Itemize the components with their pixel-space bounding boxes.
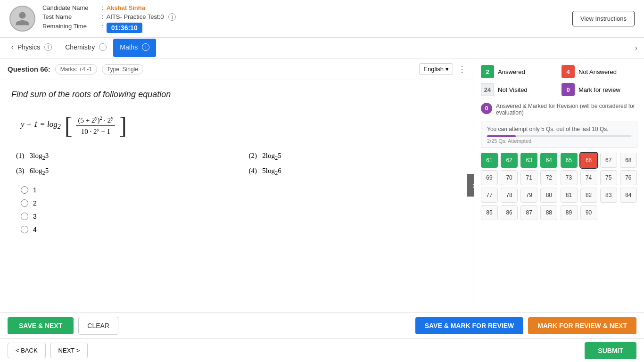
question-grid-btn-81[interactable]: 81: [561, 188, 578, 203]
header-left: Candidate Name : Akshat Sinha Test Name …: [9, 4, 176, 33]
back-button[interactable]: < BACK: [8, 343, 46, 358]
tab-maths[interactable]: Maths i: [113, 39, 156, 57]
question-grid-btn-64[interactable]: 64: [540, 153, 557, 168]
tab-physics-label: Physics: [17, 43, 40, 51]
question-grid-btn-74[interactable]: 74: [580, 170, 597, 185]
question-grid-btn-84[interactable]: 84: [620, 188, 637, 203]
question-grid-btn-88[interactable]: 88: [540, 205, 557, 220]
tab-chemistry-label: Chemistry: [65, 43, 95, 51]
question-grid-btn-71[interactable]: 71: [520, 170, 537, 185]
question-grid-btn-77[interactable]: 77: [481, 188, 498, 203]
question-grid-btn-61[interactable]: 61: [481, 153, 498, 168]
save-next-button[interactable]: SAVE & NEXT: [8, 317, 74, 334]
question-grid: 6162636465666768697071727374757677787980…: [481, 153, 637, 220]
bracket-left: [: [65, 114, 73, 137]
not-visited-count: 24: [484, 86, 491, 93]
radio-option-1[interactable]: 1: [21, 186, 462, 194]
submit-button[interactable]: SUBMIT: [585, 342, 636, 359]
question-grid-btn-66[interactable]: 66: [580, 153, 597, 168]
more-options-button[interactable]: ⋮: [458, 64, 466, 74]
radio-option-4[interactable]: 4: [21, 226, 462, 233]
radio-input-1[interactable]: [21, 186, 28, 194]
physics-info-icon[interactable]: i: [44, 43, 52, 51]
right-panel: 2 Answered 4 Not Answered 24 Not Visited…: [474, 58, 644, 312]
tab-nav-right-arrow[interactable]: ›: [633, 42, 639, 54]
question-grid-btn-75[interactable]: 75: [600, 170, 617, 185]
answered-badge: 2: [481, 65, 494, 78]
tab-chemistry[interactable]: Chemistry i: [58, 39, 113, 57]
radio-input-3[interactable]: [21, 213, 28, 220]
view-instructions-button[interactable]: View Instructions: [572, 11, 635, 26]
status-not-visited: 24 Not Visited: [481, 83, 557, 96]
nav-left: < BACK NEXT >: [8, 343, 88, 358]
question-grid-btn-85[interactable]: 85: [481, 205, 498, 220]
question-grid-btn-65[interactable]: 65: [561, 153, 578, 168]
fraction: (5 + 2y)2 · 2y 10 · 2y − 1: [76, 115, 115, 136]
question-grid-btn-67[interactable]: 67: [600, 153, 617, 168]
save-mark-review-button[interactable]: SAVE & MARK FOR REVIEW: [415, 317, 524, 334]
question-grid-btn-87[interactable]: 87: [520, 205, 537, 220]
status-answered: 2 Answered: [481, 65, 557, 78]
header: Candidate Name : Akshat Sinha Test Name …: [0, 0, 644, 38]
mark-review-count: 0: [566, 86, 570, 93]
language-value: English: [423, 66, 444, 73]
not-answered-badge: 4: [561, 65, 575, 78]
question-grid-btn-69[interactable]: 69: [481, 170, 498, 185]
tab-maths-label: Maths: [120, 43, 138, 51]
question-grid-btn-82[interactable]: 82: [580, 188, 597, 203]
mark-review-next-button[interactable]: MARK FOR REVIEW & NEXT: [528, 317, 636, 334]
question-grid-btn-89[interactable]: 89: [561, 205, 578, 220]
question-grid-btn-78[interactable]: 78: [501, 188, 518, 203]
next-button[interactable]: NEXT >: [50, 343, 88, 358]
answered-marked-badge: 0: [481, 103, 492, 114]
not-answered-count: 4: [566, 68, 570, 75]
language-selector[interactable]: English ▾: [419, 63, 453, 75]
status-mark-review: 0 Mark for review: [561, 83, 637, 96]
marks-badge: Marks: +4 -1: [55, 64, 97, 74]
collapse-panel-arrow[interactable]: ›: [467, 174, 474, 197]
question-grid-btn-83[interactable]: 83: [600, 188, 617, 203]
radio-label-1: 1: [33, 186, 37, 194]
question-number: Question 66:: [8, 65, 50, 73]
answered-marked-label: Answered & Marked for Revision (will be …: [496, 103, 637, 116]
bottom-toolbar: SAVE & NEXT CLEAR SAVE & MARK FOR REVIEW…: [0, 312, 644, 338]
radio-option-3[interactable]: 3: [21, 213, 462, 220]
test-name-label: Test Name: [42, 13, 99, 21]
question-grid-btn-63[interactable]: 63: [520, 153, 537, 168]
question-grid-btn-86[interactable]: 86: [501, 205, 518, 220]
prev-arrow-icon: ‹: [11, 44, 13, 50]
question-grid-btn-80[interactable]: 80: [540, 188, 557, 203]
maths-info-icon[interactable]: i: [142, 43, 149, 51]
chemistry-info-icon[interactable]: i: [99, 43, 107, 51]
options-grid: (1) 3log23 (2) 2log25 (3) 6log25 (4) 5lo…: [16, 151, 462, 177]
attempt-bar-fill: [487, 135, 516, 137]
test-info-icon[interactable]: i: [168, 13, 176, 21]
option-3-display: (3) 6log25: [16, 166, 230, 177]
question-grid-btn-70[interactable]: 70: [501, 170, 518, 185]
question-grid-btn-90[interactable]: 90: [580, 205, 597, 220]
question-grid-btn-73[interactable]: 73: [561, 170, 578, 185]
question-grid-btn-62[interactable]: 62: [501, 153, 518, 168]
radio-input-4[interactable]: [21, 226, 28, 233]
avatar: [9, 6, 35, 32]
question-grid-btn-68[interactable]: 68: [620, 153, 637, 168]
status-not-answered: 4 Not Answered: [561, 65, 637, 78]
mark-review-label: Mark for review: [578, 86, 620, 93]
question-grid-btn-76[interactable]: 76: [620, 170, 637, 185]
main-area: Question 66: Marks: +4 -1 Type: Single E…: [0, 58, 644, 312]
question-grid-btn-72[interactable]: 72: [540, 170, 557, 185]
attempt-progress-bar: [487, 135, 631, 137]
not-answered-label: Not Answered: [578, 68, 617, 75]
tab-physics[interactable]: ‹ Physics i: [5, 39, 58, 57]
equation-container: y + 1 = log2 [ (5 + 2y)2 · 2y 10 · 2y − …: [21, 114, 127, 137]
radio-label-2: 2: [33, 199, 37, 207]
attempt-note: You can attempt only 5 Qs. out of the la…: [481, 122, 637, 148]
question-header: Question 66: Marks: +4 -1 Type: Single E…: [0, 58, 474, 80]
radio-input-2[interactable]: [21, 199, 28, 207]
fraction-numerator: (5 + 2y)2 · 2y: [76, 115, 115, 126]
question-text: Find sum of the roots of following equat…: [11, 90, 462, 99]
clear-button[interactable]: CLEAR: [78, 317, 118, 335]
radio-option-2[interactable]: 2: [21, 199, 462, 207]
math-equation: y + 1 = log2 [ (5 + 2y)2 · 2y 10 · 2y − …: [21, 109, 462, 142]
question-grid-btn-79[interactable]: 79: [520, 188, 537, 203]
